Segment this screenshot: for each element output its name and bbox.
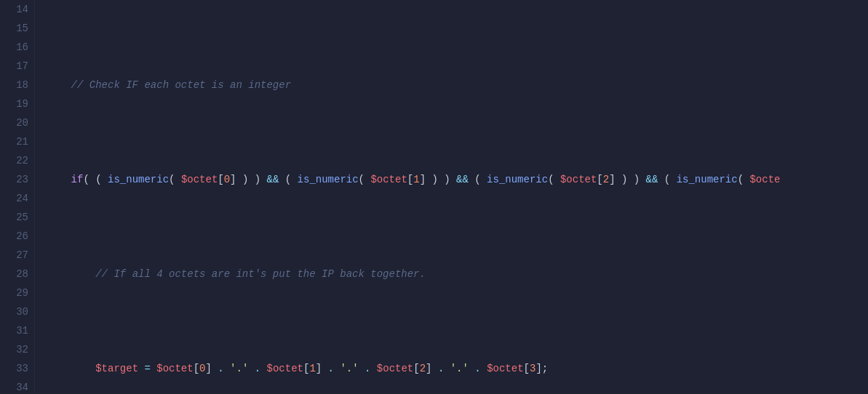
- code-body: // Check IF each octet is an integer if(…: [35, 0, 868, 394]
- code-line-17: $target = $octet[0] . '.' . $octet[1] . …: [47, 359, 868, 378]
- code-line-14: // Check IF each octet is an integer: [47, 76, 868, 95]
- code-line-16: // If all 4 octets are int's put the IP …: [47, 265, 868, 284]
- line-numbers: 14 15 16 17 18 19 20 21 22 23 24 25 26 2…: [0, 0, 35, 394]
- code-line-15: if( ( is_numeric( $octet[0] ) ) && ( is_…: [47, 170, 868, 189]
- code-editor: 14 15 16 17 18 19 20 21 22 23 24 25 26 2…: [0, 0, 868, 394]
